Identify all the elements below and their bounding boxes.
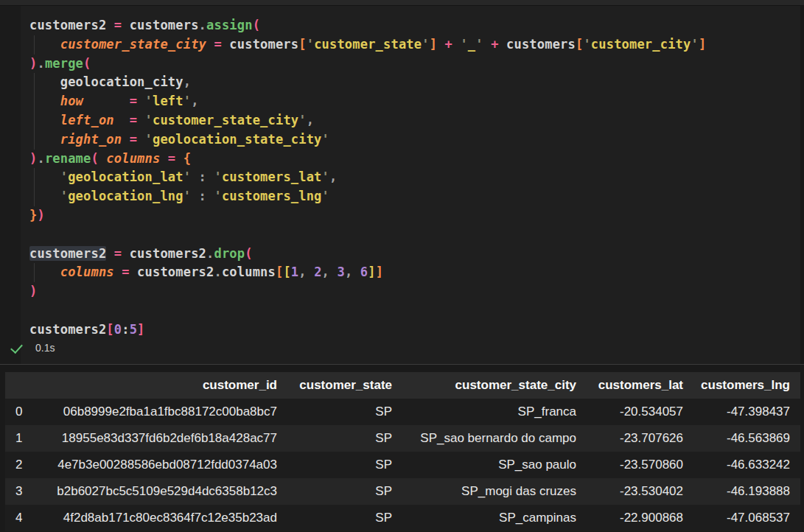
code-line[interactable] xyxy=(29,301,800,321)
code-line[interactable]: 'geolocation_lng' : 'customers_lng' xyxy=(29,187,800,206)
code-line[interactable]: ) xyxy=(29,282,800,301)
code-line[interactable]: customer_state_city = customers['custome… xyxy=(29,35,800,55)
table-cell: SP_mogi das cruzes xyxy=(402,478,587,505)
table-cell: -47.068537 xyxy=(693,505,800,531)
table-cell: -23.570860 xyxy=(587,452,693,478)
code-line[interactable]: how = 'left', xyxy=(29,92,800,111)
table-cell: SP xyxy=(287,505,402,531)
code-line[interactable]: customers2 = customers2.drop( xyxy=(29,245,800,264)
table-cell: -46.563869 xyxy=(693,425,800,452)
code-line[interactable]: customers2 = customers.assign( xyxy=(29,16,800,35)
execution-status: 0.1s xyxy=(0,339,295,361)
row-index: 2 xyxy=(5,452,40,478)
row-index: 1 xyxy=(5,425,40,452)
notebook-cell-view: { "status": { "icon": "check-icon", "dur… xyxy=(0,0,804,532)
table-cell: -22.900868 xyxy=(587,505,693,531)
code-line[interactable]: }) xyxy=(29,206,800,225)
table-row: 118955e83d337fd6b2def6b18a428ac77SPSP_sa… xyxy=(5,425,800,452)
row-index: 0 xyxy=(5,399,40,425)
table-cell: 4f2d8ab171c80ec8364f7c12e35b23ad xyxy=(40,505,287,531)
code-line[interactable] xyxy=(29,225,800,245)
column-header: customer_state xyxy=(287,372,402,399)
table-cell: -20.534057 xyxy=(587,399,693,425)
table-row: 24e7b3e00288586ebd08712fdd0374a03SPSP_sa… xyxy=(5,452,800,478)
table-row: 3b2b6027bc5c5109e529d4dc6358b12c3SPSP_mo… xyxy=(5,478,800,505)
table-cell: SP xyxy=(287,452,402,478)
table-header-row: customer_idcustomer_statecustomer_state_… xyxy=(5,372,800,399)
row-index: 4 xyxy=(5,505,40,531)
table-cell: SP_sao paulo xyxy=(402,452,587,478)
execution-duration: 0.1s xyxy=(35,342,55,354)
cell-top-divider xyxy=(0,0,804,6)
column-header xyxy=(5,372,40,399)
table-cell: SP xyxy=(287,478,402,505)
code-editor[interactable]: customers2 = customers.assign( customer_… xyxy=(21,6,800,340)
code-line[interactable]: geolocation_city, xyxy=(29,73,800,92)
success-check-icon xyxy=(10,341,23,354)
table-cell: SP_campinas xyxy=(402,505,587,531)
table-cell: -47.398437 xyxy=(693,399,800,425)
code-line[interactable]: ).rename( columns = { xyxy=(29,150,800,169)
column-header: customer_id xyxy=(40,372,287,399)
code-line[interactable]: right_on = 'geolocation_state_city' xyxy=(29,130,800,150)
table-cell: SP xyxy=(287,399,402,425)
table-body: 006b8999e2fba1a1fbc88172c00ba8bc7SPSP_fr… xyxy=(5,399,800,531)
table-row: 44f2d8ab171c80ec8364f7c12e35b23adSPSP_ca… xyxy=(5,505,800,531)
code-line[interactable]: 'geolocation_lat' : 'customers_lat', xyxy=(29,168,800,187)
column-header: customers_lng xyxy=(693,372,800,399)
table-row: 006b8999e2fba1a1fbc88172c00ba8bc7SPSP_fr… xyxy=(5,399,800,425)
column-header: customer_state_city xyxy=(402,372,587,399)
column-header: customers_lat xyxy=(587,372,693,399)
code-line[interactable]: customers2[0:5] xyxy=(29,321,800,340)
code-line[interactable]: columns = customers2.columns[[1, 2, 3, 6… xyxy=(29,263,800,282)
output-area: customer_idcustomer_statecustomer_state_… xyxy=(0,365,804,532)
table-cell: SP xyxy=(287,425,402,452)
table-cell: -46.193888 xyxy=(693,478,800,505)
cell-left-gutter xyxy=(0,6,21,364)
editor-right-edge xyxy=(800,6,804,364)
table-cell: SP_franca xyxy=(402,399,587,425)
table-cell: SP_sao bernardo do campo xyxy=(402,425,587,452)
table-cell: 06b8999e2fba1a1fbc88172c00ba8bc7 xyxy=(40,399,287,425)
row-index: 3 xyxy=(5,478,40,505)
code-line[interactable]: left_on = 'customer_state_city', xyxy=(29,111,800,130)
table-cell: 4e7b3e00288586ebd08712fdd0374a03 xyxy=(40,452,287,478)
dataframe-table: customer_idcustomer_statecustomer_state_… xyxy=(5,372,800,531)
table-cell: -23.530402 xyxy=(587,478,693,505)
table-cell: b2b6027bc5c5109e529d4dc6358b12c3 xyxy=(40,478,287,505)
table-cell: 18955e83d337fd6b2def6b18a428ac77 xyxy=(40,425,287,452)
code-line[interactable]: ).merge( xyxy=(29,55,800,74)
table-cell: -23.707626 xyxy=(587,425,693,452)
table-cell: -46.633242 xyxy=(693,452,800,478)
